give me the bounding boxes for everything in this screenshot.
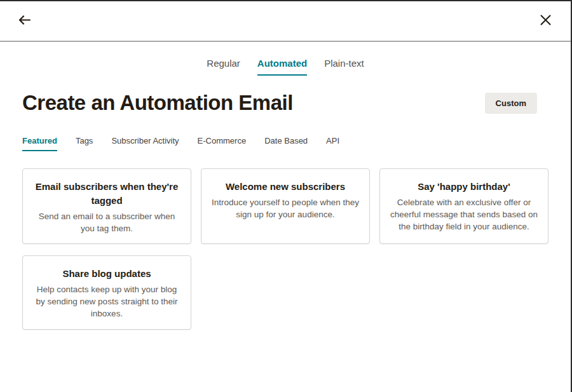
subtab-tags[interactable]: Tags	[76, 135, 93, 151]
arrow-left-icon	[18, 15, 31, 27]
card-share-blog-updates[interactable]: Share blog updates Help contacts keep up…	[22, 255, 191, 330]
card-description: Help contacts keep up with your blog by …	[32, 283, 181, 320]
card-email-subscribers-tagged[interactable]: Email subscribers when they're tagged Se…	[22, 168, 191, 244]
email-type-tabs: Regular Automated Plain-text	[0, 57, 571, 76]
automation-email-modal: Regular Automated Plain-text Create an A…	[0, 0, 572, 392]
subtab-e-commerce[interactable]: E-Commerce	[198, 135, 247, 151]
close-button[interactable]	[536, 12, 554, 30]
card-say-happy-birthday[interactable]: Say 'happy birthday' Celebrate with an e…	[379, 168, 548, 244]
card-welcome-new-subscribers[interactable]: Welcome new subscribers Introduce yourse…	[201, 168, 370, 244]
card-title: Welcome new subscribers	[211, 180, 360, 194]
card-description: Send an email to a subscriber when you t…	[32, 210, 181, 234]
title-row: Create an Automation Email Custom	[0, 91, 571, 115]
card-title: Say 'happy birthday'	[390, 180, 538, 194]
card-title: Share blog updates	[32, 267, 181, 281]
card-description: Celebrate with an exclusive offer or che…	[390, 196, 538, 233]
automation-cards-grid: Email subscribers when they're tagged Se…	[0, 168, 571, 330]
close-icon	[540, 15, 551, 27]
tab-regular[interactable]: Regular	[207, 57, 240, 76]
tab-automated[interactable]: Automated	[257, 57, 307, 76]
subtab-date-based[interactable]: Date Based	[264, 135, 308, 151]
top-bar	[0, 1, 571, 42]
card-title: Email subscribers when they're tagged	[32, 180, 181, 208]
back-button[interactable]	[15, 12, 33, 30]
subtab-subscriber-activity[interactable]: Subscriber Activity	[111, 135, 179, 151]
category-subtabs: Featured Tags Subscriber Activity E-Comm…	[0, 135, 571, 151]
custom-button[interactable]: Custom	[485, 93, 537, 114]
page-title: Create an Automation Email	[22, 91, 293, 115]
tab-plain-text[interactable]: Plain-text	[324, 57, 364, 76]
card-description: Introduce yourself to people when they s…	[211, 196, 360, 220]
subtab-featured[interactable]: Featured	[22, 135, 57, 151]
subtab-api[interactable]: API	[326, 135, 339, 151]
